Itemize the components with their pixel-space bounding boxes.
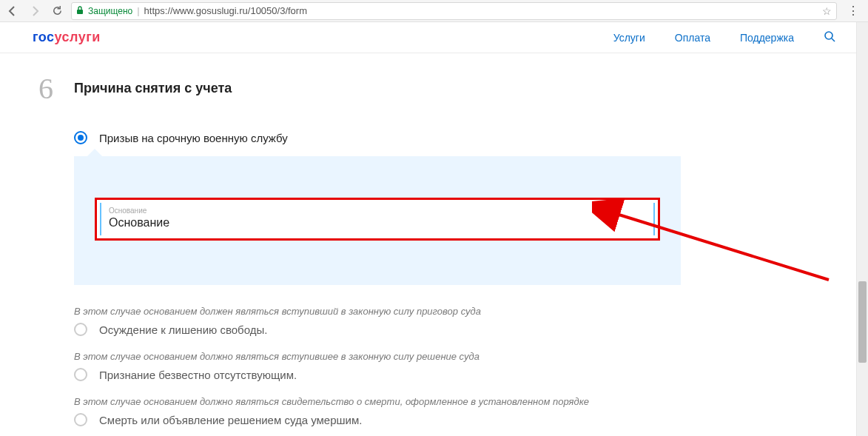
field-small-label: Основание [109, 207, 646, 215]
search-icon[interactable] [824, 30, 835, 45]
logo-part-red: услуги [55, 30, 101, 44]
option-note: В этом случае основанием должно являться… [74, 351, 681, 362]
step-title: Причина снятия с учета [74, 81, 232, 96]
basis-input[interactable] [109, 215, 646, 229]
svg-rect-0 [77, 10, 83, 14]
reload-button[interactable] [49, 3, 65, 19]
radio-label: Осуждение к лишению свободы. [99, 323, 267, 336]
radio-option-death[interactable]: Смерть или объявление решением суда умер… [74, 413, 681, 426]
option-block-conviction: В этом случае основанием должен являться… [74, 306, 681, 336]
nav-support[interactable]: Поддержка [740, 32, 794, 44]
step-header: 6 Причина снятия с учета [33, 71, 835, 106]
scrollbar-thumb[interactable] [858, 281, 867, 363]
radio-option-military[interactable]: Призыв на срочную военную службу [74, 131, 681, 144]
svg-line-2 [832, 38, 835, 41]
site-logo[interactable]: госуслуги [33, 30, 101, 45]
svg-point-1 [825, 32, 832, 39]
highlighted-field: Основание [95, 198, 660, 241]
bookmark-star-icon[interactable]: ☆ [822, 5, 832, 17]
back-button[interactable] [4, 3, 21, 19]
form-content: 6 Причина снятия с учета Призыв на срочн… [0, 53, 868, 426]
option-note: В этом случае основанием должно являться… [74, 396, 681, 407]
radio-icon [74, 413, 87, 426]
step-number: 6 [33, 71, 59, 106]
forward-button [27, 3, 43, 19]
logo-part-blue: гос [33, 30, 55, 44]
radio-icon [74, 368, 87, 381]
site-header: госуслуги Услуги Оплата Поддержка [0, 22, 868, 53]
radio-label: Признание безвестно отсутствующим. [99, 369, 297, 381]
reason-details-panel: Основание [74, 156, 681, 285]
browser-menu-icon[interactable]: ⋮ [843, 4, 864, 18]
reason-options: Призыв на срочную военную службу Основан… [74, 131, 681, 426]
address-bar[interactable]: Защищено | https://www.gosuslugi.ru/1005… [71, 2, 837, 20]
radio-icon [74, 131, 87, 144]
primary-nav: Услуги Оплата Поддержка [613, 30, 835, 45]
radio-icon [74, 323, 87, 336]
option-block-death: В этом случае основанием должно являться… [74, 396, 681, 426]
nav-services[interactable]: Услуги [613, 32, 645, 44]
radio-option-conviction[interactable]: Осуждение к лишению свободы. [74, 323, 681, 336]
lock-icon [76, 6, 84, 16]
radio-label: Смерть или объявление решением суда умер… [99, 414, 362, 426]
basis-field[interactable]: Основание [100, 203, 655, 235]
option-note: В этом случае основанием должен являться… [74, 306, 681, 317]
url-separator: | [137, 5, 139, 16]
radio-option-missing[interactable]: Признание безвестно отсутствующим. [74, 368, 681, 381]
radio-label: Призыв на срочную военную службу [99, 132, 288, 144]
url-text: https://www.gosuslugi.ru/10050/3/form [144, 5, 818, 16]
browser-toolbar: Защищено | https://www.gosuslugi.ru/1005… [0, 0, 868, 22]
secure-label: Защищено [88, 6, 132, 16]
vertical-scrollbar[interactable] [856, 22, 868, 436]
option-block-missing: В этом случае основанием должно являться… [74, 351, 681, 381]
nav-payment[interactable]: Оплата [675, 32, 710, 44]
